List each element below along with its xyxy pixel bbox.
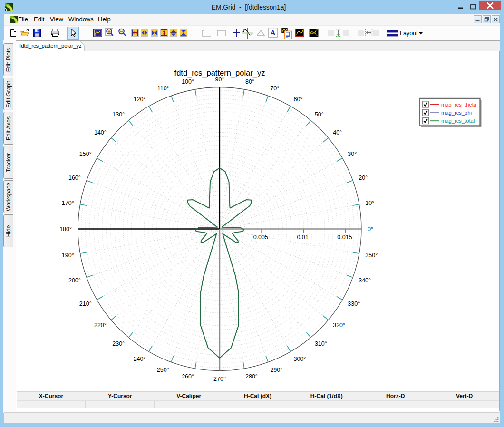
- svg-text:0°: 0°: [368, 225, 373, 232]
- svg-text:150°: 150°: [79, 151, 92, 157]
- svg-text:30°: 30°: [348, 151, 357, 157]
- svg-text:mag_rcs_phi: mag_rcs_phi: [441, 109, 472, 115]
- svg-text:240°: 240°: [134, 355, 146, 362]
- svg-text:0.01: 0.01: [297, 234, 308, 241]
- svg-text:180°: 180°: [59, 225, 72, 232]
- svg-text:60°: 60°: [294, 96, 303, 103]
- svg-text:220°: 220°: [94, 322, 107, 329]
- svg-text:100°: 100°: [182, 78, 194, 85]
- svg-text:20°: 20°: [359, 175, 368, 181]
- svg-text:A: A: [271, 29, 276, 37]
- svg-text:130°: 130°: [112, 111, 125, 117]
- svg-text:110°: 110°: [157, 85, 169, 91]
- svg-text:70°: 70°: [270, 85, 279, 91]
- svg-text:80°: 80°: [245, 78, 254, 85]
- svg-text:210°: 210°: [79, 301, 92, 307]
- svg-text:350°: 350°: [365, 252, 378, 258]
- svg-text:200°: 200°: [68, 277, 81, 283]
- svg-text:160°: 160°: [68, 175, 81, 181]
- svg-text:50°: 50°: [315, 111, 324, 117]
- svg-text:fdtd_rcs_pattern_polar_yz: fdtd_rcs_pattern_polar_yz: [174, 68, 265, 77]
- svg-text:mag_rcs_total: mag_rcs_total: [441, 118, 475, 124]
- svg-text:310°: 310°: [315, 340, 327, 347]
- svg-text:270°: 270°: [213, 375, 226, 382]
- svg-text:170°: 170°: [62, 200, 74, 206]
- svg-text:290°: 290°: [270, 366, 282, 373]
- svg-text:250°: 250°: [157, 366, 169, 373]
- svg-text:120°: 120°: [134, 96, 146, 103]
- svg-text:340°: 340°: [359, 277, 371, 283]
- svg-text:320°: 320°: [333, 322, 345, 329]
- svg-text:140°: 140°: [94, 129, 107, 136]
- svg-text:300°: 300°: [294, 355, 306, 362]
- svg-text:280°: 280°: [245, 373, 258, 380]
- svg-text:90°: 90°: [215, 76, 224, 82]
- svg-text:0.015: 0.015: [337, 234, 352, 241]
- svg-text:40°: 40°: [333, 129, 342, 136]
- svg-text:260°: 260°: [182, 373, 194, 380]
- svg-text:330°: 330°: [348, 301, 360, 307]
- svg-text:10°: 10°: [365, 200, 374, 206]
- svg-text:mag_rcs_theta: mag_rcs_theta: [441, 101, 477, 107]
- svg-text:230°: 230°: [112, 340, 125, 347]
- svg-text:190°: 190°: [62, 252, 74, 258]
- svg-text:0.005: 0.005: [253, 234, 268, 241]
